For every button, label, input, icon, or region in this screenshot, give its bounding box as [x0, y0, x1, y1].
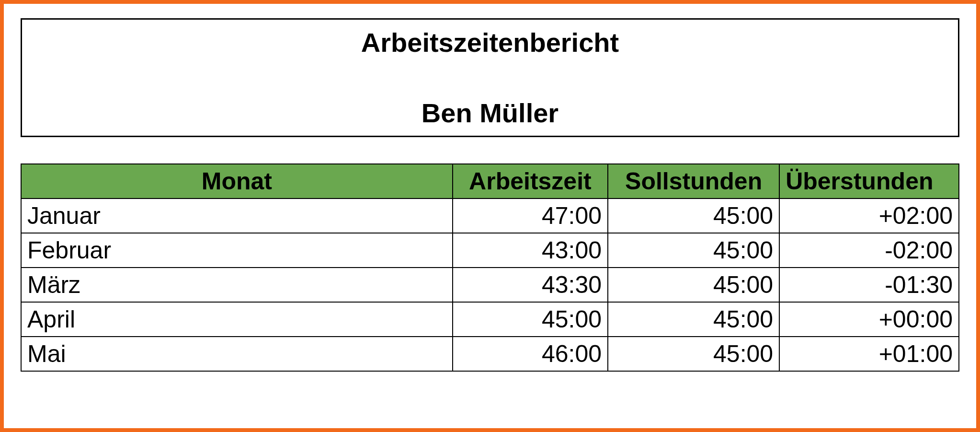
cell-ueberstunden: -02:00 [779, 233, 959, 268]
cell-sollstunden: 45:00 [608, 233, 779, 268]
cell-arbeitszeit: 47:00 [453, 198, 608, 233]
col-header-sollstunden: Sollstunden [608, 164, 779, 198]
report-title: Arbeitszeitenbericht [22, 26, 958, 58]
cell-ueberstunden: +02:00 [779, 198, 959, 233]
report-header-box: Arbeitszeitenbericht Ben Müller [21, 18, 959, 137]
cell-month: Februar [21, 233, 453, 268]
cell-month: April [21, 302, 453, 337]
table-row: März 43:30 45:00 -01:30 [21, 268, 959, 302]
table-header-row: Monat Arbeitszeit Sollstunden Überstunde… [21, 164, 959, 198]
cell-sollstunden: 45:00 [608, 302, 779, 337]
cell-sollstunden: 45:00 [608, 198, 779, 233]
cell-sollstunden: 45:00 [608, 268, 779, 302]
cell-arbeitszeit: 46:00 [453, 337, 608, 371]
hours-table: Monat Arbeitszeit Sollstunden Überstunde… [21, 163, 959, 372]
col-header-ueberstunden: Überstunden [779, 164, 959, 198]
cell-ueberstunden: +01:00 [779, 337, 959, 371]
table-row: April 45:00 45:00 +00:00 [21, 302, 959, 337]
employee-name: Ben Müller [22, 97, 958, 129]
cell-month: Januar [21, 198, 453, 233]
table-row: Mai 46:00 45:00 +01:00 [21, 337, 959, 371]
cell-month: Mai [21, 337, 453, 371]
cell-ueberstunden: -01:30 [779, 268, 959, 302]
table-row: Februar 43:00 45:00 -02:00 [21, 233, 959, 268]
cell-sollstunden: 45:00 [608, 337, 779, 371]
table-row: Januar 47:00 45:00 +02:00 [21, 198, 959, 233]
cell-arbeitszeit: 43:30 [453, 268, 608, 302]
header-spacer [22, 58, 958, 97]
cell-month: März [21, 268, 453, 302]
col-header-month: Monat [21, 164, 453, 198]
col-header-arbeitszeit: Arbeitszeit [453, 164, 608, 198]
cell-arbeitszeit: 45:00 [453, 302, 608, 337]
cell-arbeitszeit: 43:00 [453, 233, 608, 268]
cell-ueberstunden: +00:00 [779, 302, 959, 337]
